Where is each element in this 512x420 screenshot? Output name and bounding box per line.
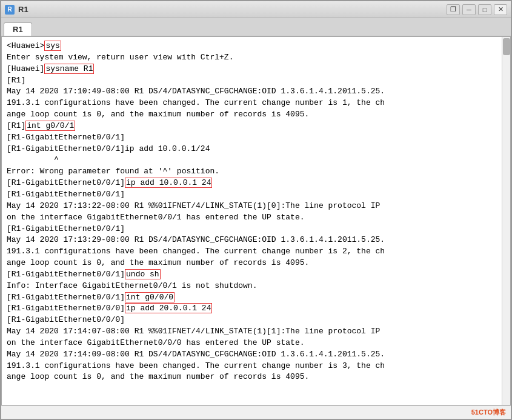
cmd-int-g001: int g0/0/1 (25, 121, 75, 131)
prompt-gige001-3: [R1-GigabitEthernet0/0/1] (7, 293, 125, 302)
prompt-huawei2: [Huawei] (7, 64, 44, 73)
prompt-gige000-1: [R1-GigabitEthernet0/0/0] (7, 304, 125, 313)
cmd-undo-sh: undo sh (125, 269, 161, 279)
tab-r1[interactable]: R1 (4, 22, 32, 36)
cmd-ip-add-20: ip add 20.0.0.1 24 (125, 303, 212, 313)
prompt-r1-int: [R1] (7, 121, 25, 130)
minimize-button[interactable]: ─ (462, 4, 476, 15)
cmd-sys: sys (44, 41, 61, 51)
prompt-huawei: <Huawei> (7, 41, 44, 50)
terminal-area[interactable]: <Huawei>sys Enter system view, return us… (1, 36, 511, 405)
window-title: R1 (18, 5, 28, 14)
footer-logo: 51CTO博客 (471, 408, 506, 417)
tab-bar: R1 (1, 18, 511, 36)
scrollbar-thumb[interactable] (503, 38, 510, 55)
main-window: R R1 ❐ ─ □ ✕ R1 <Huawei>sys Enter system… (0, 0, 512, 420)
cmd-ip-add-10: ip add 10.0.0.1 24 (125, 178, 212, 188)
title-bar: R R1 ❐ ─ □ ✕ (1, 1, 511, 18)
window-controls: ❐ ─ □ ✕ (447, 4, 507, 15)
cmd-int-g000: int g0/0/0 (125, 292, 175, 302)
restore-button[interactable]: ❐ (447, 4, 460, 15)
title-bar-left: R R1 (5, 5, 28, 15)
footer-bar: 51CTO博客 (1, 405, 511, 419)
app-icon: R (5, 5, 15, 15)
terminal-content: <Huawei>sys Enter system view, return us… (2, 37, 510, 387)
maximize-button[interactable]: □ (478, 4, 491, 15)
close-button[interactable]: ✕ (494, 4, 507, 15)
cmd-sysname: sysname R1 (44, 64, 94, 74)
prompt-gige001-2: [R1-GigabitEthernet0/0/1] (7, 270, 125, 279)
prompt-gige001-1: [R1-GigabitEthernet0/0/1] (7, 178, 125, 187)
scrollbar[interactable] (502, 37, 510, 405)
